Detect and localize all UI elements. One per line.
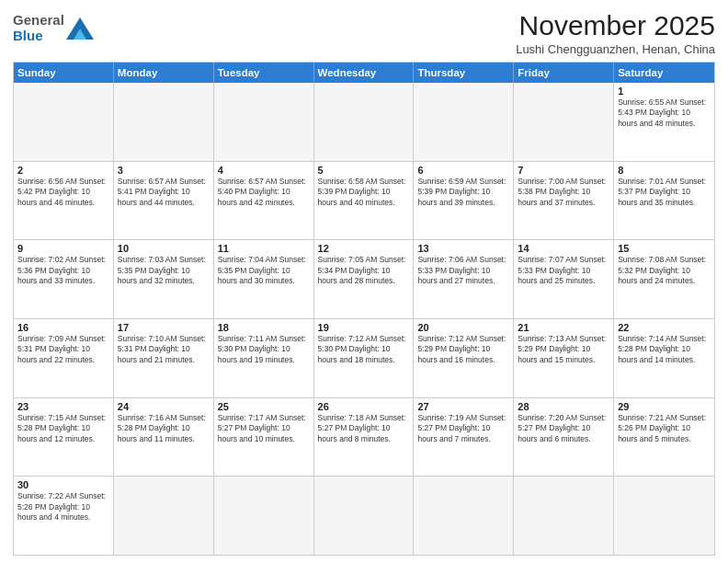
cell-info: Sunrise: 6:57 AM Sunset: 5:41 PM Dayligh… (118, 177, 210, 208)
cell-info: Sunrise: 7:12 AM Sunset: 5:30 PM Dayligh… (318, 334, 410, 365)
cell-info: Sunrise: 6:59 AM Sunset: 5:39 PM Dayligh… (417, 177, 509, 208)
cell-info: Sunrise: 7:15 AM Sunset: 5:28 PM Dayligh… (17, 413, 109, 444)
day-number: 4 (218, 165, 310, 176)
cell-info: Sunrise: 7:09 AM Sunset: 5:31 PM Dayligh… (17, 334, 109, 365)
calendar-cell: 13Sunrise: 7:06 AM Sunset: 5:33 PM Dayli… (414, 240, 514, 318)
cell-info: Sunrise: 7:13 AM Sunset: 5:29 PM Dayligh… (518, 334, 609, 365)
calendar-cell: 18Sunrise: 7:11 AM Sunset: 5:30 PM Dayli… (214, 319, 314, 397)
cell-info: Sunrise: 7:05 AM Sunset: 5:34 PM Dayligh… (318, 255, 410, 286)
calendar-cell: 16Sunrise: 7:09 AM Sunset: 5:31 PM Dayli… (14, 319, 114, 397)
calendar-row-3: 16Sunrise: 7:09 AM Sunset: 5:31 PM Dayli… (14, 319, 714, 398)
day-number: 6 (417, 165, 509, 176)
calendar-cell (114, 477, 214, 555)
cell-info: Sunrise: 7:07 AM Sunset: 5:33 PM Dayligh… (518, 255, 609, 286)
calendar-header: SundayMondayTuesdayWednesdayThursdayFrid… (14, 63, 714, 83)
day-number: 22 (618, 322, 711, 333)
cell-info: Sunrise: 7:01 AM Sunset: 5:37 PM Dayligh… (618, 177, 711, 208)
day-number: 14 (518, 243, 609, 254)
day-number: 3 (118, 165, 210, 176)
calendar-cell: 14Sunrise: 7:07 AM Sunset: 5:33 PM Dayli… (514, 240, 614, 318)
day-number: 27 (417, 401, 509, 412)
cell-info: Sunrise: 7:18 AM Sunset: 5:27 PM Dayligh… (318, 413, 410, 444)
day-number: 9 (17, 243, 109, 254)
calendar-cell: 9Sunrise: 7:02 AM Sunset: 5:36 PM Daylig… (14, 240, 114, 318)
calendar-body: 1Sunrise: 6:55 AM Sunset: 5:43 PM Daylig… (14, 83, 714, 555)
header-day-friday: Friday (514, 63, 614, 83)
calendar-cell: 26Sunrise: 7:18 AM Sunset: 5:27 PM Dayli… (314, 398, 415, 477)
day-number: 11 (218, 243, 310, 254)
calendar-cell: 8Sunrise: 7:01 AM Sunset: 5:37 PM Daylig… (614, 162, 714, 240)
cell-info: Sunrise: 7:04 AM Sunset: 5:35 PM Dayligh… (218, 255, 310, 286)
location: Lushi Chengguanzhen, Henan, China (516, 42, 715, 56)
calendar-cell (114, 83, 214, 161)
cell-info: Sunrise: 6:55 AM Sunset: 5:43 PM Dayligh… (618, 98, 711, 129)
day-number: 5 (318, 165, 410, 176)
calendar-cell (414, 477, 514, 555)
title-block: November 2025 Lushi Chengguanzhen, Henan… (516, 9, 715, 56)
calendar-cell: 28Sunrise: 7:20 AM Sunset: 5:27 PM Dayli… (514, 398, 614, 477)
cell-info: Sunrise: 7:02 AM Sunset: 5:36 PM Dayligh… (17, 255, 109, 286)
month-title: November 2025 (516, 9, 715, 42)
day-number: 13 (417, 243, 509, 254)
calendar-cell: 20Sunrise: 7:12 AM Sunset: 5:29 PM Dayli… (414, 319, 514, 397)
calendar-cell: 11Sunrise: 7:04 AM Sunset: 5:35 PM Dayli… (214, 240, 314, 318)
calendar-cell (314, 83, 415, 161)
calendar-cell: 1Sunrise: 6:55 AM Sunset: 5:43 PM Daylig… (614, 83, 714, 161)
calendar-cell: 12Sunrise: 7:05 AM Sunset: 5:34 PM Dayli… (314, 240, 415, 318)
cell-info: Sunrise: 7:10 AM Sunset: 5:31 PM Dayligh… (118, 334, 210, 365)
calendar-cell: 19Sunrise: 7:12 AM Sunset: 5:30 PM Dayli… (314, 319, 415, 397)
calendar-cell (314, 477, 415, 555)
day-number: 21 (518, 322, 609, 333)
logo: General Blue (13, 13, 94, 43)
calendar-cell: 4Sunrise: 6:57 AM Sunset: 5:40 PM Daylig… (214, 162, 314, 240)
day-number: 24 (118, 401, 210, 412)
logo-icon (66, 17, 94, 40)
day-number: 17 (118, 322, 210, 333)
day-number: 10 (118, 243, 210, 254)
calendar-cell: 24Sunrise: 7:16 AM Sunset: 5:28 PM Dayli… (114, 398, 214, 477)
header-day-thursday: Thursday (414, 63, 514, 83)
cell-info: Sunrise: 7:16 AM Sunset: 5:28 PM Dayligh… (118, 413, 210, 444)
calendar-cell: 5Sunrise: 6:58 AM Sunset: 5:39 PM Daylig… (314, 162, 415, 240)
logo-blue: Blue (13, 28, 43, 43)
cell-info: Sunrise: 7:00 AM Sunset: 5:38 PM Dayligh… (518, 177, 609, 208)
cell-info: Sunrise: 7:12 AM Sunset: 5:29 PM Dayligh… (417, 334, 509, 365)
calendar-cell: 21Sunrise: 7:13 AM Sunset: 5:29 PM Dayli… (514, 319, 614, 397)
calendar-cell: 15Sunrise: 7:08 AM Sunset: 5:32 PM Dayli… (614, 240, 714, 318)
day-number: 16 (17, 322, 109, 333)
calendar-cell (14, 83, 114, 161)
calendar-cell (214, 477, 314, 555)
cell-info: Sunrise: 6:58 AM Sunset: 5:39 PM Dayligh… (318, 177, 410, 208)
header-day-sunday: Sunday (14, 63, 114, 83)
cell-info: Sunrise: 7:03 AM Sunset: 5:35 PM Dayligh… (118, 255, 210, 286)
calendar-cell: 25Sunrise: 7:17 AM Sunset: 5:27 PM Dayli… (214, 398, 314, 477)
calendar-row-2: 9Sunrise: 7:02 AM Sunset: 5:36 PM Daylig… (14, 240, 714, 319)
header-day-tuesday: Tuesday (214, 63, 314, 83)
calendar-cell (214, 83, 314, 161)
day-number: 1 (618, 86, 711, 97)
calendar-cell: 29Sunrise: 7:21 AM Sunset: 5:26 PM Dayli… (614, 398, 714, 477)
day-number: 18 (218, 322, 310, 333)
calendar-row-1: 2Sunrise: 6:56 AM Sunset: 5:42 PM Daylig… (14, 162, 714, 241)
header-day-saturday: Saturday (614, 63, 714, 83)
day-number: 25 (218, 401, 310, 412)
calendar-row-4: 23Sunrise: 7:15 AM Sunset: 5:28 PM Dayli… (14, 398, 714, 477)
day-number: 8 (618, 165, 711, 176)
calendar-cell: 23Sunrise: 7:15 AM Sunset: 5:28 PM Dayli… (14, 398, 114, 477)
calendar-row-5: 30Sunrise: 7:22 AM Sunset: 5:26 PM Dayli… (14, 477, 714, 555)
day-number: 20 (417, 322, 509, 333)
logo-general: General (13, 12, 64, 28)
page: General Blue November 2025 Lushi Chenggu… (0, 0, 728, 563)
day-number: 30 (17, 479, 109, 490)
calendar-cell: 22Sunrise: 7:14 AM Sunset: 5:28 PM Dayli… (614, 319, 714, 397)
day-number: 23 (17, 401, 109, 412)
cell-info: Sunrise: 7:08 AM Sunset: 5:32 PM Dayligh… (618, 255, 711, 286)
day-number: 12 (318, 243, 410, 254)
cell-info: Sunrise: 7:22 AM Sunset: 5:26 PM Dayligh… (17, 491, 109, 523)
calendar: SundayMondayTuesdayWednesdayThursdayFrid… (13, 62, 715, 556)
calendar-cell: 10Sunrise: 7:03 AM Sunset: 5:35 PM Dayli… (114, 240, 214, 318)
day-number: 26 (318, 401, 410, 412)
cell-info: Sunrise: 7:11 AM Sunset: 5:30 PM Dayligh… (218, 334, 310, 365)
header: General Blue November 2025 Lushi Chenggu… (13, 9, 715, 56)
cell-info: Sunrise: 6:56 AM Sunset: 5:42 PM Dayligh… (17, 177, 109, 208)
